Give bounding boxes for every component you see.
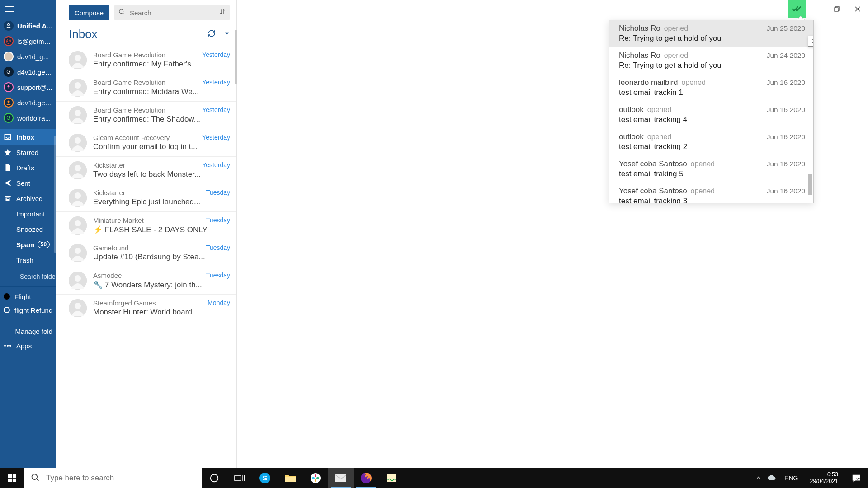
reading-pane: Nicholas RoopenedJun 25 2020Re: Trying t…: [237, 0, 868, 468]
task-view-icon[interactable]: [227, 468, 252, 488]
svg-point-40: [32, 474, 38, 479]
maximize-button[interactable]: [826, 0, 847, 18]
account-row[interactable]: Gd4v1d.ge4...: [0, 64, 56, 80]
account-row[interactable]: @ls@getmai...: [0, 33, 56, 49]
email-tracking-button[interactable]: [788, 0, 806, 18]
folder-sent[interactable]: Sent: [0, 175, 56, 191]
avatar: [69, 161, 87, 179]
mail-item[interactable]: AsmodeeTuesday🔧 7 Wonders Mystery: join …: [56, 267, 236, 295]
tracking-item[interactable]: Yosef coba SantosoopenedJun 16 2020test …: [609, 183, 813, 203]
notification-count: 21: [856, 477, 861, 482]
mail-item[interactable]: Board Game RevolutionYesterdayEntry conf…: [56, 74, 236, 102]
sidebar-bottom-label: Apps: [16, 342, 32, 350]
mail-from: Board Game Revolution: [93, 51, 165, 59]
file-explorer-icon[interactable]: [278, 468, 303, 488]
skype-icon[interactable]: S: [252, 468, 278, 488]
account-label: dav1d.gea...: [17, 99, 52, 107]
archive-icon: [4, 194, 12, 202]
svg-rect-51: [315, 479, 316, 482]
mail-item[interactable]: Miniature MarketTuesday⚡ FLASH SALE - 2 …: [56, 212, 236, 239]
mail-item[interactable]: Board Game RevolutionYesterdayEntry conf…: [56, 102, 236, 129]
folder-trash[interactable]: Trash: [0, 252, 56, 267]
start-button[interactable]: [0, 468, 24, 488]
tracking-who: outlook: [619, 132, 644, 141]
account-row[interactable]: Unified A...: [0, 18, 56, 33]
blank-icon: [4, 210, 12, 218]
folder-starred[interactable]: Starred: [0, 145, 56, 160]
mail-app-icon[interactable]: [328, 468, 354, 488]
refresh-icon[interactable]: [208, 29, 216, 39]
tracking-scrollbar[interactable]: [808, 174, 812, 195]
taskbar-search[interactable]: [24, 468, 202, 488]
minimize-button[interactable]: [806, 0, 826, 18]
tracking-subject: Re: Trying to get a hold of you: [619, 34, 805, 43]
mail-item[interactable]: Steamforged GamesMondayMonster Hunter: W…: [56, 295, 236, 322]
close-button[interactable]: [847, 0, 868, 18]
account-label: worldofra...: [17, 114, 51, 122]
compose-button[interactable]: Compose: [69, 5, 109, 20]
svg-rect-54: [335, 474, 346, 482]
sidebar-bottom-label: Manage fold: [15, 328, 52, 335]
notifications-button[interactable]: 21: [847, 468, 865, 488]
tracking-item[interactable]: leonardo mailbirdopenedJun 16 2020test e…: [609, 75, 813, 102]
category-row[interactable]: Flight: [0, 290, 56, 303]
mail-item[interactable]: KickstarterYesterdayTwo days left to bac…: [56, 157, 236, 184]
svg-point-7: [4, 345, 6, 347]
slack-icon[interactable]: [303, 468, 328, 488]
sort-icon[interactable]: [219, 9, 226, 17]
mail-item[interactable]: Board Game RevolutionYesterdayEntry conf…: [56, 47, 236, 74]
account-row[interactable]: dav1d_g...: [0, 49, 56, 64]
search-input[interactable]: [130, 9, 216, 17]
tracking-item[interactable]: Nicholas RoopenedJun 24 2020Re: Trying t…: [609, 47, 813, 75]
mail-date: Tuesday: [206, 244, 230, 252]
cortana-icon[interactable]: [202, 468, 227, 488]
tray-clock[interactable]: 6:53 29/04/2021: [806, 471, 842, 485]
tracking-status: opened: [681, 79, 705, 87]
avatar: [69, 189, 87, 207]
tray-onedrive-icon[interactable]: [767, 474, 776, 482]
folder-archived[interactable]: Archived: [0, 191, 56, 206]
svg-point-21: [75, 165, 81, 171]
svg-rect-50: [315, 474, 316, 477]
account-row[interactable]: Gworldofra...: [0, 110, 56, 126]
tracking-item[interactable]: Nicholas RoopenedJun 25 2020Re: Trying t…: [609, 20, 813, 47]
folder-spam[interactable]: Spam50: [0, 237, 56, 252]
search-input-wrap[interactable]: [114, 5, 230, 20]
tracking-item[interactable]: outlookopenedJun 16 2020test email track…: [609, 129, 813, 156]
tracking-item[interactable]: outlookopenedJun 16 2020test email track…: [609, 102, 813, 129]
tray-chevron-icon[interactable]: [755, 474, 762, 482]
account-badge-icon: [4, 52, 14, 61]
account-label: d4v1d.ge4...: [17, 68, 52, 76]
folder-important[interactable]: Important: [0, 206, 56, 221]
tracking-status: opened: [691, 160, 715, 168]
account-row[interactable]: dav1d.gea...: [0, 95, 56, 110]
hamburger-menu[interactable]: [0, 0, 56, 18]
account-badge-icon: [4, 21, 14, 31]
sidebar-bottom-item[interactable]: Apps: [0, 338, 56, 353]
mail-item[interactable]: GamefoundTuesdayUpdate #10 (Bardsung by …: [56, 239, 236, 267]
mail-from: Asmodee: [93, 272, 122, 279]
tray-language[interactable]: ENG: [782, 474, 801, 482]
svg-text:S: S: [263, 474, 267, 482]
inbox-icon: [4, 133, 12, 141]
sidebar-bottom-item[interactable]: Manage fold: [0, 324, 56, 338]
category-row[interactable]: flight Refund: [0, 303, 56, 317]
mail-subject: 🔧 7 Wonders Mystery: join th...: [93, 280, 230, 290]
tracking-item[interactable]: Yosef coba SantosoopenedJun 16 2020test …: [609, 156, 813, 183]
folder-snoozed[interactable]: Snoozed: [0, 221, 56, 237]
tracking-when: Jun 16 2020: [767, 160, 805, 168]
account-row[interactable]: support@...: [0, 80, 56, 95]
avatar: [69, 216, 87, 235]
folder-drafts[interactable]: Drafts: [0, 160, 56, 175]
folder-dropdown-icon[interactable]: [224, 30, 230, 38]
folder-label: Drafts: [16, 164, 34, 172]
mail-from: Board Game Revolution: [93, 106, 165, 114]
taskbar-search-input[interactable]: [46, 474, 195, 483]
account-badge-icon: G: [4, 67, 14, 77]
search-folders-label[interactable]: Search folde: [0, 267, 56, 284]
firefox-icon[interactable]: [354, 468, 379, 488]
mail-item[interactable]: KickstarterTuesdayEverything Epic just l…: [56, 184, 236, 212]
folder-inbox[interactable]: Inbox: [0, 129, 56, 145]
app-icon-misc[interactable]: [379, 468, 404, 488]
mail-item[interactable]: Gleam Account RecoveryYesterdayConfirm y…: [56, 129, 236, 157]
